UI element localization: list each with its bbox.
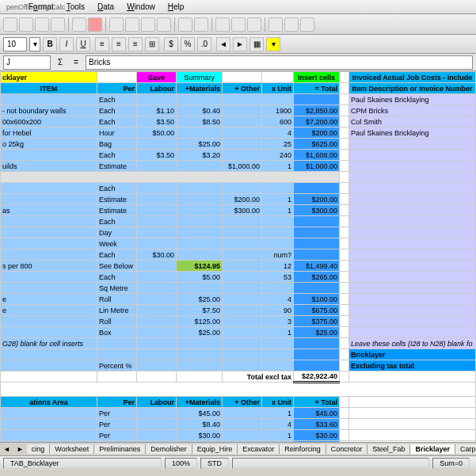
toolbar-format: 10 ▾ B I U ≡ ≡ ≡ ⊞ $ % .0 ◄ ► ▦ ▾ (0, 35, 476, 54)
save-icon[interactable] (35, 17, 49, 32)
invoice-row[interactable]: Col Smith (349, 116, 476, 128)
formula-bar: J Σ = Bricks (0, 54, 476, 71)
col-total: = Total (294, 83, 340, 94)
align-center-icon[interactable]: ≡ (112, 37, 126, 51)
table-row[interactable]: e (1, 294, 97, 305)
tab-concretor[interactable]: Concretor (326, 444, 368, 454)
note-row[interactable]: G28) blank for cell inserts (1, 338, 97, 349)
sort-asc-icon[interactable] (231, 17, 246, 32)
tab-demolisher[interactable]: Demolisher (146, 444, 192, 454)
email-icon[interactable] (51, 17, 65, 32)
table-row[interactable] (1, 238, 97, 249)
summary-button[interactable]: Summary (177, 72, 223, 83)
col-desc: Item Description or Invoice Number (349, 83, 476, 94)
table-row[interactable] (1, 441, 97, 443)
spreadsheet-grid[interactable]: cklayer Save Summary Insert cells Invoic… (0, 71, 476, 442)
status-tab: TAB_Bricklayer (3, 458, 162, 469)
cut-icon[interactable] (109, 17, 124, 32)
bold-button[interactable]: B (43, 37, 57, 51)
table-row[interactable] (1, 316, 97, 327)
merge-icon[interactable]: ⊞ (145, 37, 159, 51)
align-left-icon[interactable]: ≡ (95, 37, 109, 51)
table-row[interactable] (1, 419, 97, 430)
nav-icon[interactable] (284, 17, 299, 32)
table-row[interactable] (1, 194, 97, 205)
status-std: STD (200, 458, 229, 469)
table-row[interactable] (1, 227, 97, 238)
table-row[interactable] (1, 430, 97, 441)
col-other: + Other (223, 83, 262, 94)
font-size[interactable]: 10 (3, 37, 27, 51)
sheet-tabs[interactable]: ◄► cing Worksheet Preliminaries Demolish… (0, 442, 476, 455)
tab-bricklayer[interactable]: Bricklayer (410, 444, 455, 454)
open-icon[interactable] (19, 17, 33, 32)
link-icon[interactable] (215, 17, 230, 32)
tab-excavator[interactable]: Excavator (238, 444, 280, 454)
tab-equip-hire[interactable]: Equip_Hire (192, 444, 238, 454)
table-row[interactable] (1, 216, 97, 227)
spell-icon[interactable] (88, 17, 102, 32)
save-button[interactable]: Save (137, 72, 177, 83)
excl-tax-label: Excluding tax total (349, 360, 476, 371)
menu-data[interactable]: Data (93, 1, 119, 13)
table-row[interactable] (1, 272, 97, 283)
tab-cing[interactable]: cing (27, 444, 51, 454)
print-icon[interactable] (72, 17, 86, 32)
redo-icon[interactable] (194, 17, 208, 32)
table-row[interactable]: o 25kg (1, 139, 97, 150)
table-row[interactable] (1, 183, 97, 194)
currency-icon[interactable]: $ (164, 37, 178, 51)
tab-steel-fab[interactable]: Steel_Fab (367, 444, 410, 454)
indent-dec-icon[interactable]: ◄ (216, 37, 230, 51)
table-row[interactable] (1, 150, 97, 161)
invoice-row[interactable]: Paul Skaines Bricklaying (349, 128, 476, 139)
tab-worksheet[interactable]: Worksheet (50, 444, 94, 454)
tab-reinforcing[interactable]: Reinforcing (280, 444, 326, 454)
tab-carpent[interactable]: Carpent (455, 444, 476, 454)
tab-preliminaries[interactable]: Preliminaries (94, 444, 146, 454)
align-right-icon[interactable]: ≡ (128, 37, 143, 51)
sigma-icon[interactable]: Σ (54, 58, 67, 67)
table-row[interactable] (1, 94, 97, 105)
total-label: Total excl tax (223, 371, 294, 383)
font-dd[interactable]: ▾ (29, 37, 40, 51)
chart-icon[interactable] (268, 17, 283, 32)
table-row[interactable] (1, 283, 97, 294)
invoice-row[interactable]: Paul Skaines Bricklaying (349, 94, 476, 105)
help-icon[interactable] (300, 17, 314, 32)
percent-icon[interactable]: % (181, 37, 195, 51)
sort-desc-icon[interactable] (247, 17, 261, 32)
cell-ref[interactable]: J (3, 55, 51, 70)
table-row[interactable] (1, 408, 97, 419)
new-icon[interactable] (3, 17, 17, 32)
undo-icon[interactable] (178, 17, 192, 32)
underline-button[interactable]: U (76, 37, 90, 51)
bg-color-icon[interactable]: ▾ (266, 37, 280, 51)
table-row[interactable]: - not boundary walls (1, 105, 97, 116)
insert-cells-button[interactable]: Insert cells (294, 72, 340, 83)
menu-bar[interactable]: penOffice.org Calc Format Tools Data Win… (0, 0, 476, 14)
table-row[interactable]: for Hebel (1, 128, 97, 139)
copy-icon[interactable] (125, 17, 139, 32)
status-zoom: 100% (165, 458, 197, 469)
menu-window[interactable]: Window (122, 1, 160, 13)
table-row[interactable]: as (1, 205, 97, 216)
table-row[interactable]: 00x600x200 (1, 116, 97, 128)
table-row[interactable] (1, 249, 97, 261)
format-paint-icon[interactable] (157, 17, 171, 32)
equals-icon[interactable]: = (70, 58, 82, 67)
table-row[interactable]: e (1, 305, 97, 316)
invoice-row[interactable]: CPM Bricks (349, 105, 476, 116)
indent-inc-icon[interactable]: ► (233, 37, 247, 51)
menu-help[interactable]: Help (163, 1, 189, 13)
paste-icon[interactable] (141, 17, 155, 32)
italic-button[interactable]: I (59, 37, 74, 51)
area-header: ations Area (1, 397, 97, 408)
header-layer[interactable]: cklayer (1, 72, 97, 83)
formula-input[interactable]: Bricks (86, 55, 473, 70)
table-row[interactable] (1, 327, 97, 338)
table-row[interactable]: uilds (1, 161, 97, 172)
decimal-icon[interactable]: .0 (197, 37, 211, 51)
table-row[interactable]: s per 800 (1, 261, 97, 272)
borders-icon[interactable]: ▦ (249, 37, 264, 51)
